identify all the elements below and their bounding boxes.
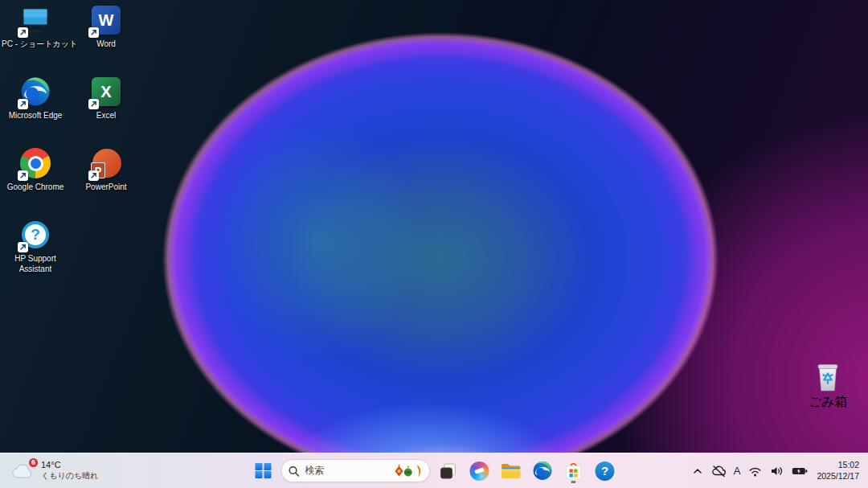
desktop-icon-recycle-bin[interactable]: ごみ箱 — [796, 362, 860, 411]
shortcut-arrow-icon — [88, 170, 99, 181]
edge-icon — [19, 76, 51, 108]
pc-monitor-icon — [19, 4, 51, 36]
windows-logo-icon — [256, 463, 272, 479]
search-placeholder: 検索 — [305, 464, 389, 478]
task-view-icon — [439, 461, 458, 481]
shortcut-arrow-icon — [18, 242, 28, 252]
shortcut-arrow-icon — [18, 99, 28, 109]
desktop-icon-label: PowerPoint — [85, 182, 126, 192]
weather-temperature: 14°C — [41, 460, 98, 471]
battery-button[interactable] — [788, 458, 812, 484]
task-view-button[interactable] — [435, 457, 462, 485]
desktop-icon-label: ごみ箱 — [809, 394, 848, 411]
desktop-icon-label: Google Chrome — [7, 182, 64, 192]
file-explorer-icon — [501, 461, 522, 481]
help-question-icon: ? — [596, 461, 615, 481]
search-highlight-ornaments-icon — [395, 464, 424, 478]
excel-icon: X — [90, 76, 122, 108]
weather-condition: くもりのち晴れ — [41, 471, 98, 482]
volume-button[interactable] — [767, 458, 788, 484]
ime-mode-indicator: A — [734, 465, 741, 477]
desktop: PC - ショートカット W Word — [0, 0, 868, 488]
desktop-icon-label: Excel — [96, 110, 116, 121]
copilot-button[interactable] — [466, 457, 493, 485]
chevron-up-icon — [691, 465, 704, 477]
hp-support-icon: ? — [19, 219, 51, 251]
clock-time: 15:02 — [838, 460, 859, 471]
speaker-icon — [770, 465, 784, 478]
ime-mode-button[interactable]: A — [731, 458, 744, 484]
search-input[interactable]: 検索 — [281, 459, 431, 482]
file-explorer-button[interactable] — [497, 457, 525, 485]
microsoft-store-button[interactable] — [560, 457, 588, 485]
taskbar-center: 検索 — [250, 453, 619, 488]
desktop-icon-google-chrome[interactable]: Google Chrome — [0, 147, 71, 192]
edge-button[interactable] — [529, 457, 556, 485]
start-button[interactable] — [250, 457, 277, 485]
recycle-bin-icon — [813, 362, 842, 394]
running-app-indicator — [571, 481, 576, 483]
notification-badge: 6 — [28, 457, 39, 468]
taskbar: 6 14°C くもりのち晴れ 検索 — [0, 453, 868, 488]
clock-date: 2025/12/17 — [817, 471, 859, 482]
desktop-icon-label: Word — [96, 39, 116, 49]
powerpoint-icon: P — [90, 147, 122, 179]
desktop-icon-pc-shortcut[interactable]: PC - ショートカット — [0, 4, 71, 49]
desktop-icon-hp-support-assistant[interactable]: ? HP Support Assistant — [0, 219, 71, 274]
edge-icon — [532, 461, 552, 481]
network-button[interactable] — [744, 458, 766, 484]
desktop-icon-powerpoint[interactable]: P PowerPoint — [71, 147, 141, 192]
desktop-icon-microsoft-edge[interactable]: Microsoft Edge — [0, 76, 71, 121]
cloud-slash-icon — [711, 465, 727, 478]
search-icon — [289, 465, 300, 477]
copilot-icon — [470, 461, 489, 481]
shortcut-arrow-icon — [18, 27, 28, 38]
battery-charging-icon — [792, 465, 809, 477]
word-icon: W — [90, 4, 122, 36]
clock[interactable]: 15:02 2025/12/17 — [813, 460, 866, 482]
wifi-icon — [747, 465, 763, 478]
onedrive-paused-button[interactable] — [708, 458, 730, 484]
desktop-icon-word[interactable]: W Word — [71, 4, 141, 49]
desktop-icon-label: Microsoft Edge — [9, 110, 63, 121]
chrome-icon — [19, 147, 51, 179]
desktop-icon-excel[interactable]: X Excel — [71, 76, 141, 121]
get-help-button[interactable]: ? — [592, 457, 619, 485]
desktop-icon-label: PC - ショートカット — [2, 39, 69, 49]
microsoft-store-icon — [564, 461, 583, 482]
system-tray: A — [688, 453, 866, 488]
desktop-icon-label: HP Support Assistant — [2, 253, 69, 274]
hidden-icons-button[interactable] — [688, 458, 707, 484]
weather-widget[interactable]: 6 14°C くもりのち晴れ — [5, 453, 104, 488]
shortcut-arrow-icon — [18, 170, 28, 181]
shortcut-arrow-icon — [88, 99, 99, 109]
shortcut-arrow-icon — [88, 27, 99, 38]
